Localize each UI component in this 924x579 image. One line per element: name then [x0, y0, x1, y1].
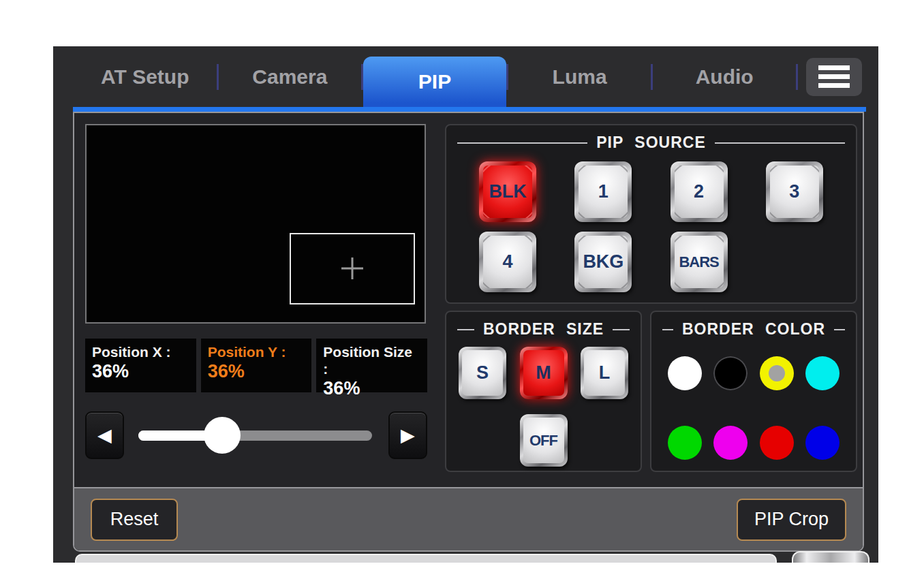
- button-face: L: [584, 350, 625, 396]
- active-tab-underline: [73, 107, 866, 112]
- pip-crop-button[interactable]: PIP Crop: [737, 499, 846, 541]
- pip-page: Position X : 36% Position Y : 36% Positi…: [73, 112, 864, 552]
- title-rule-right: [715, 142, 845, 144]
- button-face: OFF: [523, 418, 564, 463]
- pip-source-buttons: BLK 1 2 3: [457, 161, 845, 292]
- button-label: S: [476, 362, 489, 384]
- button-label: 3: [789, 181, 799, 202]
- pip-window-outline[interactable]: [290, 233, 416, 304]
- right-triangle-icon: ▶: [401, 424, 415, 446]
- border-color-white[interactable]: [668, 356, 702, 390]
- position-y-label: Position Y :: [208, 343, 305, 360]
- border-size-panel: BORDER SIZE S M: [445, 311, 642, 472]
- source-button-2[interactable]: 2: [671, 161, 728, 222]
- slider-increment-button[interactable]: ▶: [388, 411, 427, 459]
- pip-preview-area[interactable]: [85, 124, 426, 324]
- title-rule-right: [613, 329, 630, 330]
- border-color-yellow[interactable]: [760, 356, 794, 390]
- border-size-l-button[interactable]: L: [581, 347, 628, 399]
- border-size-title: BORDER SIZE: [457, 320, 630, 339]
- button-label: 4: [503, 251, 513, 272]
- tab-bar: AT Setup Camera PIP Luma Audio: [53, 46, 878, 107]
- border-color-panel: BORDER COLOR: [650, 311, 857, 472]
- reset-button[interactable]: Reset: [91, 499, 178, 541]
- border-size-off-row: OFF: [457, 414, 630, 467]
- button-face: BKG: [579, 236, 628, 288]
- button-face: M: [523, 350, 564, 396]
- tab-separator: [796, 64, 798, 90]
- button-face: 1: [579, 166, 628, 218]
- title-rule-left: [457, 142, 587, 144]
- border-color-title-text: BORDER COLOR: [682, 320, 825, 339]
- button-label: BKG: [583, 251, 623, 272]
- button-label: BLK: [489, 181, 527, 202]
- pip-main-area: Position X : 36% Position Y : 36% Positi…: [74, 113, 863, 487]
- tab-camera[interactable]: Camera: [219, 46, 362, 107]
- border-size-off-button[interactable]: OFF: [520, 414, 568, 467]
- source-button-bars[interactable]: BARS: [671, 232, 728, 292]
- position-x-box[interactable]: Position X : 36%: [85, 339, 196, 392]
- source-button-3[interactable]: 3: [766, 161, 823, 222]
- switcher-window: AT Setup Camera PIP Luma Audio: [53, 46, 878, 563]
- next-section-bar: [75, 554, 777, 563]
- crosshair-icon: [341, 257, 363, 279]
- pip-source-title: PIP SOURCE: [457, 134, 845, 152]
- border-color-red[interactable]: [760, 426, 794, 460]
- border-settings-row: BORDER SIZE S M: [445, 311, 857, 472]
- slider-thumb[interactable]: [204, 417, 241, 454]
- border-color-magenta[interactable]: [713, 426, 748, 460]
- position-x-label: Position X :: [92, 343, 189, 360]
- border-color-row-1: [662, 356, 845, 390]
- border-color-row-2: [662, 426, 845, 460]
- source-button-blk[interactable]: BLK: [479, 161, 536, 222]
- slider-track[interactable]: [138, 431, 372, 441]
- position-y-box[interactable]: Position Y : 36%: [201, 339, 312, 392]
- button-face: S: [462, 350, 503, 396]
- border-color-cyan[interactable]: [805, 356, 840, 390]
- position-y-value: 36%: [208, 360, 305, 384]
- border-color-black[interactable]: [713, 356, 748, 390]
- button-label: 1: [598, 181, 609, 202]
- settings-column: PIP SOURCE BLK 1: [445, 124, 857, 487]
- source-button-bkg[interactable]: BKG: [574, 232, 632, 292]
- tab-pip[interactable]: PIP: [363, 57, 506, 107]
- position-size-box[interactable]: Position Size : 36%: [316, 339, 427, 392]
- tab-at-setup[interactable]: AT Setup: [74, 46, 217, 107]
- border-size-s-button[interactable]: S: [459, 347, 506, 399]
- title-rule-right: [834, 329, 845, 330]
- position-column: Position X : 36% Position Y : 36% Positi…: [85, 124, 427, 487]
- position-size-value: 36%: [323, 377, 420, 401]
- button-face: 3: [770, 166, 819, 218]
- border-size-m-button[interactable]: M: [520, 347, 568, 399]
- border-size-title-text: BORDER SIZE: [483, 320, 604, 339]
- border-size-buttons: S M L: [457, 347, 630, 399]
- button-face: 4: [483, 236, 532, 288]
- position-x-value: 36%: [92, 360, 189, 384]
- slider-decrement-button[interactable]: ◀: [85, 411, 124, 459]
- button-label: 2: [694, 181, 704, 202]
- position-size-label: Position Size :: [323, 343, 420, 377]
- source-button-1[interactable]: 1: [574, 161, 632, 222]
- border-color-title: BORDER COLOR: [662, 320, 845, 339]
- button-label: OFF: [529, 432, 557, 450]
- tab-luma[interactable]: Luma: [508, 46, 651, 107]
- border-color-blue[interactable]: [805, 426, 840, 460]
- next-section-button[interactable]: [792, 551, 869, 563]
- position-readouts: Position X : 36% Position Y : 36% Positi…: [85, 339, 427, 392]
- button-label: BARS: [679, 253, 718, 271]
- position-slider: ◀ ▶: [85, 411, 427, 460]
- left-triangle-icon: ◀: [97, 424, 112, 446]
- button-label: M: [536, 362, 551, 384]
- tab-audio[interactable]: Audio: [653, 46, 796, 107]
- button-face: 2: [675, 166, 724, 218]
- button-label: L: [599, 362, 611, 384]
- menu-button[interactable]: [806, 58, 862, 96]
- border-color-green[interactable]: [668, 426, 702, 460]
- title-rule-left: [662, 329, 673, 330]
- pip-source-title-text: PIP SOURCE: [596, 134, 705, 152]
- pip-source-panel: PIP SOURCE BLK 1: [445, 124, 857, 304]
- source-button-4[interactable]: 4: [479, 232, 536, 292]
- button-face: BLK: [483, 166, 532, 218]
- footer-bar: Reset PIP Crop: [74, 487, 863, 550]
- title-rule-left: [457, 329, 474, 330]
